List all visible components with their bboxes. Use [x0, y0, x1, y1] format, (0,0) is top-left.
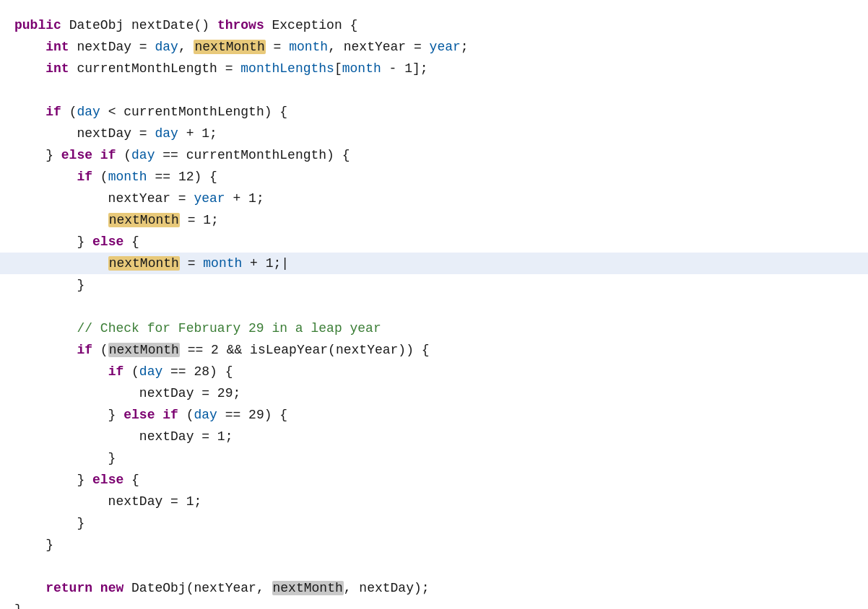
code-line-25: } [0, 534, 868, 556]
code-line-9: nextYear = year + 1; [0, 188, 868, 209]
code-line-13: } [0, 274, 868, 296]
code-line-27: return new DateObj(nextYear, nextMonth, … [0, 577, 868, 599]
code-line-3: int currentMonthLength = monthLengths[mo… [0, 58, 868, 79]
code-line-2: int nextDay = day, nextMonth = month, ne… [0, 36, 868, 58]
code-line-20: nextDay = 1; [0, 426, 868, 447]
code-line-11: } else { [0, 231, 868, 253]
code-line-12: nextMonth = month + 1;| [0, 253, 868, 274]
code-line-7: } else if (day == currentMonthLength) { [0, 144, 868, 166]
code-editor: public DateObj nextDate() throws Excepti… [0, 0, 868, 609]
code-line-28: } [0, 599, 868, 609]
code-line-8: if (month == 12) { [0, 166, 868, 188]
code-line-blank2 [0, 296, 868, 317]
code-line-19: } else if (day == 29) { [0, 404, 868, 426]
code-line-1: public DateObj nextDate() throws Excepti… [0, 14, 868, 36]
code-line-21: } [0, 447, 868, 469]
code-line-16: if (nextMonth == 2 && isLeapYear(nextYea… [0, 339, 868, 361]
code-line-22: } else { [0, 469, 868, 491]
code-line-17: if (day == 28) { [0, 361, 868, 382]
code-line-6: nextDay = day + 1; [0, 123, 868, 144]
code-line-blank3 [0, 556, 868, 577]
code-line-blank1 [0, 79, 868, 101]
code-line-10: nextMonth = 1; [0, 209, 868, 231]
code-line-5: if (day < currentMonthLength) { [0, 101, 868, 123]
code-line-comment: // Check for February 29 in a leap year [0, 317, 868, 339]
code-line-24: } [0, 512, 868, 534]
code-line-23: nextDay = 1; [0, 491, 868, 512]
code-line-18: nextDay = 29; [0, 382, 868, 404]
